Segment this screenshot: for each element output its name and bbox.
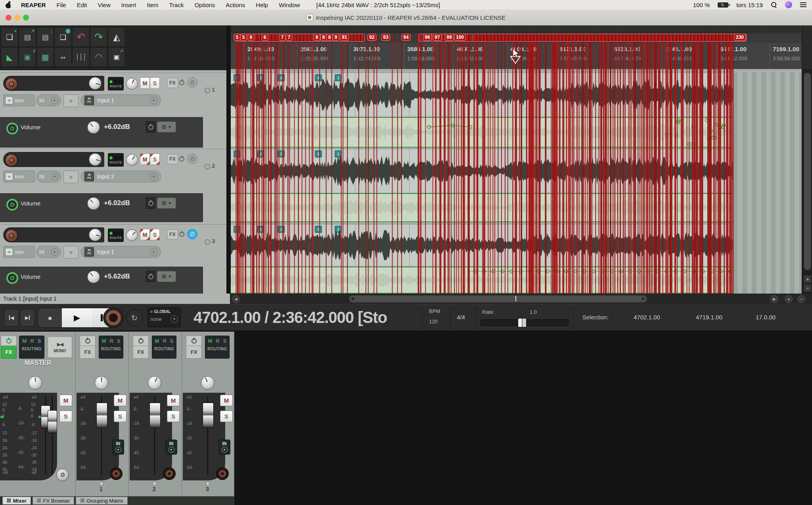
input-monitor-pill[interactable]: IN▼ (36, 171, 61, 182)
menu-track[interactable]: Track (169, 2, 184, 8)
marker-flag[interactable]: 99 (444, 34, 454, 41)
input-dropdown-icon[interactable]: ▼ (150, 173, 157, 180)
solo-button[interactable]: S (150, 154, 160, 165)
item-info-badge[interactable]: i (257, 74, 264, 81)
mute-button[interactable]: M (140, 77, 150, 89)
marker-flag[interactable]: 91 (340, 34, 349, 41)
selection-end[interactable]: 4719.1.00 (696, 314, 722, 321)
item-info-badge[interactable]: i (278, 74, 285, 81)
channel-input-button[interactable]: IN▼ (165, 440, 177, 455)
automation-lane[interactable] (231, 117, 733, 148)
route-button[interactable]: ROUTE (108, 153, 124, 167)
track-volume-knob[interactable] (89, 77, 102, 90)
input-fx-badge[interactable]: INFX (84, 247, 94, 257)
item-info-badge[interactable]: i (257, 226, 264, 233)
fx-enable-icon[interactable] (179, 80, 185, 85)
track-select-dot[interactable] (205, 88, 210, 93)
channel-2-pan-knob[interactable] (148, 376, 161, 390)
in-dropdown-icon[interactable]: ▼ (51, 248, 58, 256)
menu-actions[interactable]: Actions (226, 2, 245, 8)
record-arm-button[interactable] (5, 77, 18, 91)
routing-matrix-button[interactable]: » (63, 94, 79, 107)
rate-slider-thumb[interactable] (518, 318, 527, 327)
arrange-view[interactable]: iiiiiiiiiiiiiii (231, 69, 802, 294)
phase-invert-button[interactable]: ∅ (187, 229, 197, 239)
marker-flag[interactable]: 7 (279, 34, 286, 41)
selection-start[interactable]: 4702.1.00 (634, 314, 660, 321)
solo-button[interactable]: S (150, 229, 160, 240)
channel-3-pan-knob[interactable] (201, 376, 214, 390)
track-name-strip[interactable] (3, 227, 104, 242)
marker-flag[interactable]: 97 (433, 34, 442, 41)
track-select-dot[interactable] (205, 164, 210, 169)
zoom-in-horizontal-button[interactable]: + (785, 295, 793, 303)
item-info-badge[interactable]: i (335, 226, 342, 233)
item-info-badge[interactable]: i (234, 74, 241, 81)
new-project-icon[interactable]: ❏+ (1, 27, 18, 47)
time-signature[interactable]: 4/4 (457, 314, 465, 321)
marker-flag[interactable]: 92 (367, 34, 376, 41)
record-button[interactable] (103, 307, 124, 328)
menu-insert[interactable]: Insert (121, 2, 136, 8)
menu-edit[interactable]: Edit (77, 2, 87, 8)
crossfade-icon[interactable]: ◠ (90, 47, 107, 67)
zoom-window-button[interactable] (23, 15, 29, 21)
input-dropdown-icon[interactable]: ▼ (150, 97, 157, 104)
undo-icon[interactable]: ↶ (72, 27, 90, 47)
ungroup-items-icon[interactable]: ▣∕ (19, 47, 36, 67)
channel-record-arm-button[interactable] (110, 467, 123, 480)
item-info-badge[interactable]: i (278, 150, 285, 157)
input-fx-badge[interactable]: INFX (84, 172, 94, 181)
minimize-window-button[interactable] (14, 15, 20, 21)
channel-solo-button[interactable]: S (167, 411, 180, 422)
menu-item[interactable]: Item (147, 2, 158, 8)
fx-chain-button[interactable]: FX (80, 346, 96, 359)
menubar-clock[interactable]: tors 15:19 (736, 2, 763, 8)
envelope-active-icon[interactable] (6, 272, 18, 284)
item-info-badge[interactable]: i (234, 150, 241, 157)
envelope-bypass-button[interactable] (146, 271, 155, 282)
routing-matrix-button[interactable]: » (63, 171, 79, 183)
vertical-scroll-thumb[interactable] (804, 73, 811, 270)
track-select-dot[interactable] (205, 239, 210, 245)
fader-tail-knob[interactable] (153, 482, 157, 486)
envelope-value-knob[interactable] (87, 271, 100, 283)
metronome-icon[interactable]: ◭ (108, 27, 125, 47)
spotlight-search-icon[interactable] (771, 2, 777, 8)
marker-flag[interactable]: 6 (248, 34, 255, 41)
scroll-left-button[interactable]: ◀ (232, 295, 240, 303)
scroll-right-button[interactable]: ▶ (770, 295, 778, 303)
repeat-button[interactable]: ↻ (126, 309, 143, 326)
mrs-routing-block[interactable]: MRSROUTING (205, 336, 230, 359)
envelope-active-icon[interactable] (6, 199, 18, 211)
fader-tail-knob[interactable] (100, 482, 103, 486)
vertical-scrollbar[interactable]: + − (802, 69, 812, 294)
dock-tab-fx-browser[interactable]: ☒FX Browser (33, 497, 75, 505)
fx-button[interactable]: FX (167, 154, 178, 164)
dock-tab-mixer[interactable]: ☒Mixer (2, 497, 31, 505)
mrs-routing-block[interactable]: MRSROUTING (19, 336, 44, 359)
channel-mute-button[interactable]: M (220, 395, 233, 406)
automation-lane[interactable] (231, 193, 733, 222)
phase-invert-button[interactable]: ∅ (187, 77, 197, 88)
zoom-out-horizontal-button[interactable]: − (797, 295, 805, 303)
master-pan-knob[interactable] (29, 376, 42, 390)
move-envelope-icon[interactable]: ⇔ (54, 47, 72, 67)
fader-tail-knob[interactable] (206, 482, 210, 486)
selection-length[interactable]: 17.0.00 (756, 314, 776, 321)
apple-menu-icon[interactable] (6, 2, 11, 8)
project-info-icon[interactable]: ❏i (54, 27, 72, 47)
master-settings-button[interactable]: ⚙ (56, 469, 69, 481)
marker-flag[interactable]: 8 (326, 34, 333, 41)
channel-fader[interactable] (96, 403, 107, 428)
redo-icon[interactable]: ↷ (90, 27, 107, 47)
close-tab-icon[interactable]: ☒ (37, 498, 41, 503)
item-info-badge[interactable]: i (234, 226, 241, 233)
in-dropdown-icon[interactable]: ▼ (51, 97, 58, 104)
fx-power-button[interactable] (133, 336, 149, 346)
automation-global-box[interactable]: ≈GLOBALnone▼ (147, 307, 181, 327)
mrs-routing-block[interactable]: MRSROUTING (99, 336, 123, 359)
marker-flag[interactable]: 8 (314, 34, 320, 41)
grid-blocks-icon[interactable]: ▦ (36, 47, 54, 67)
mono-button[interactable]: ▶◀MONO (48, 336, 72, 358)
